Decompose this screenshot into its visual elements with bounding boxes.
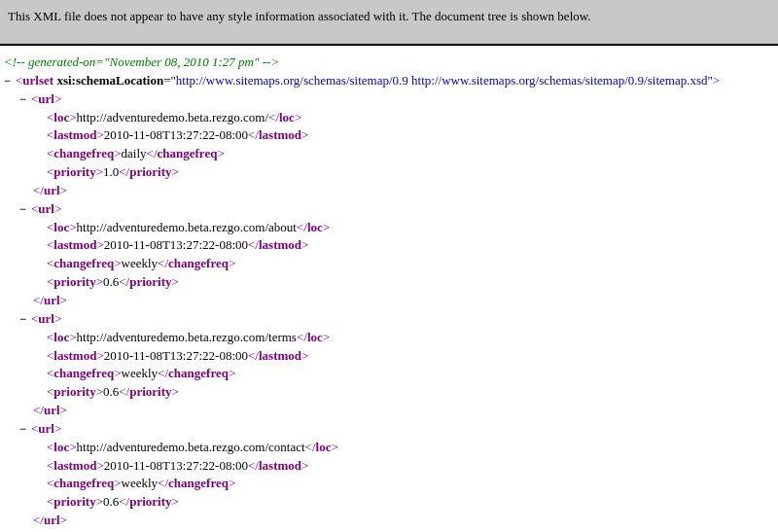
collapse-marker[interactable]: − — [19, 421, 31, 438]
changefreq-value: weekly — [122, 366, 159, 380]
url-open-line: −<url> — [4, 90, 774, 109]
loc-line: <loc>http://adventuredemo.beta.rezgo.com… — [4, 219, 774, 237]
changefreq-value: daily — [122, 146, 147, 160]
urlset-open-line: −<urlset xsi:schemaLocation="http://www.… — [4, 72, 774, 90]
attr-val: http://www.sitemaps.org/schemas/sitemap/… — [176, 73, 708, 88]
xml-no-style-banner: This XML file does not appear to have an… — [0, 0, 778, 46]
url-tag: url — [38, 311, 54, 326]
priority-line: <priority>0.6</priority> — [4, 493, 774, 512]
changefreq-line: <changefreq>daily</changefreq> — [4, 145, 774, 163]
lastmod-line: <lastmod>2010-11-08T13:27:22-08:00</last… — [4, 457, 774, 476]
banner-text: This XML file does not appear to have an… — [8, 9, 591, 23]
priority-value: 0.6 — [103, 274, 119, 289]
changefreq-tag: changefreq — [53, 366, 114, 380]
lastmod-line: <lastmod>2010-11-08T13:27:22-08:00</last… — [4, 236, 774, 255]
loc-tag: loc — [53, 220, 69, 234]
url-open-line: −<url> — [4, 310, 774, 329]
changefreq-tag: changefreq — [53, 476, 114, 490]
url-close-line: </url> — [4, 402, 774, 420]
comment-open: <!-- — [4, 54, 25, 69]
changefreq-value: weekly — [122, 476, 159, 490]
lastmod-tag: lastmod — [53, 127, 96, 142]
lastmod-value: 2010-11-08T13:27:22-08:00 — [104, 237, 248, 252]
url-tag: url — [38, 91, 54, 106]
lastmod-value: 2010-11-08T13:27:22-08:00 — [104, 348, 248, 363]
priority-value: 0.6 — [103, 384, 119, 399]
url-open-line: −<url> — [4, 420, 774, 439]
collapse-marker[interactable]: − — [19, 91, 31, 108]
loc-value: http://adventuredemo.beta.rezgo.com/cont… — [77, 440, 305, 454]
changefreq-line: <changefreq>weekly</changefreq> — [4, 255, 774, 273]
url-close-line: </url> — [4, 512, 774, 530]
changefreq-tag: changefreq — [53, 146, 114, 160]
priority-value: 1.0 — [103, 164, 119, 179]
comment-close: --> — [263, 54, 279, 69]
xml-tree: <!-- generated-on="November 08, 2010 1:2… — [0, 46, 778, 532]
url-close-line: </url> — [4, 292, 774, 310]
loc-line: <loc>http://adventuredemo.beta.rezgo.com… — [4, 329, 774, 347]
url-tag: url — [38, 201, 54, 216]
lastmod-value: 2010-11-08T13:27:22-08:00 — [104, 458, 248, 473]
loc-tag: loc — [53, 440, 69, 454]
priority-tag: priority — [53, 494, 95, 509]
loc-value: http://adventuredemo.beta.rezgo.com/ — [77, 110, 268, 124]
url-close-line: </url> — [4, 182, 774, 200]
loc-line: <loc>http://adventuredemo.beta.rezgo.com… — [4, 439, 774, 457]
priority-tag: priority — [53, 164, 95, 179]
angle-close: > — [713, 73, 720, 88]
loc-value: http://adventuredemo.beta.rezgo.com/term… — [77, 330, 297, 344]
loc-tag: loc — [53, 330, 69, 344]
lastmod-tag: lastmod — [53, 348, 96, 363]
changefreq-tag: changefreq — [53, 256, 114, 270]
changefreq-line: <changefreq>weekly</changefreq> — [4, 475, 774, 493]
changefreq-line: <changefreq>weekly</changefreq> — [4, 365, 774, 383]
loc-value: http://adventuredemo.beta.rezgo.com/abou… — [77, 220, 297, 234]
url-open-line: −<url> — [4, 200, 774, 219]
priority-tag: priority — [53, 384, 95, 399]
priority-value: 0.6 — [103, 494, 119, 509]
xml-comment: <!-- generated-on="November 08, 2010 1:2… — [4, 53, 774, 72]
urlset-tag: urlset — [22, 73, 53, 88]
lastmod-line: <lastmod>2010-11-08T13:27:22-08:00</last… — [4, 347, 774, 366]
priority-line: <priority>0.6</priority> — [4, 273, 774, 292]
loc-line: <loc>http://adventuredemo.beta.rezgo.com… — [4, 109, 774, 127]
collapse-marker[interactable]: − — [19, 311, 31, 328]
comment-text: generated-on="November 08, 2010 1:27 pm" — [25, 54, 263, 69]
lastmod-line: <lastmod>2010-11-08T13:27:22-08:00</last… — [4, 126, 774, 145]
collapse-marker[interactable]: − — [4, 73, 16, 89]
url-tag: url — [38, 421, 54, 436]
collapse-marker[interactable]: − — [19, 201, 31, 218]
changefreq-value: weekly — [122, 256, 159, 270]
lastmod-tag: lastmod — [53, 237, 96, 252]
loc-tag: loc — [53, 110, 69, 124]
priority-line: <priority>0.6</priority> — [4, 383, 774, 402]
lastmod-tag: lastmod — [53, 458, 96, 473]
priority-line: <priority>1.0</priority> — [4, 163, 774, 182]
eq: =" — [163, 73, 176, 88]
priority-tag: priority — [53, 274, 95, 289]
lastmod-value: 2010-11-08T13:27:22-08:00 — [104, 127, 248, 142]
attr-name: xsi:schemaLocation — [56, 73, 163, 88]
